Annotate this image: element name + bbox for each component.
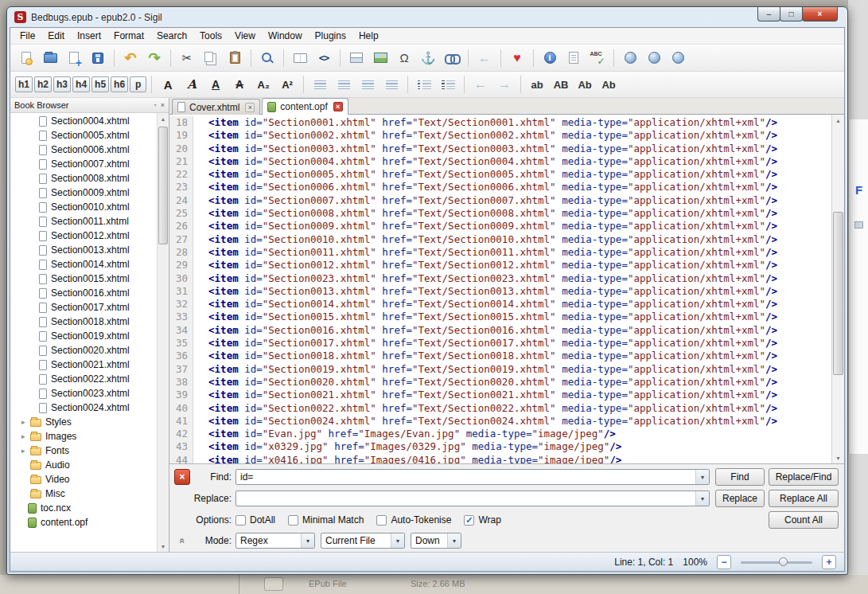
tree-item-section0022-xhtml[interactable]: Section0022.xhtml <box>10 372 157 386</box>
expand-arrow-icon[interactable]: ▸ <box>21 432 30 440</box>
sidebar-scrollbar[interactable]: ▲ ▼ <box>157 113 169 552</box>
scroll-up-icon[interactable]: ▲ <box>832 115 844 126</box>
paste-icon[interactable] <box>224 48 246 68</box>
collapse-panel-icon[interactable]: « <box>177 538 188 544</box>
spellcheck-icon[interactable] <box>586 48 609 68</box>
bold-icon[interactable]: A <box>157 74 179 95</box>
align-center-icon[interactable] <box>333 74 355 95</box>
menu-plugins[interactable]: Plugins <box>309 29 352 43</box>
tree-item-content-opf[interactable]: content.opf <box>10 515 157 530</box>
insert-id-icon[interactable]: ⚓ <box>417 48 439 68</box>
metadata-editor-icon[interactable] <box>539 48 561 68</box>
reports-icon[interactable] <box>562 48 585 68</box>
tree-item-section0012-xhtml[interactable]: Section0012.xhtml <box>10 229 157 243</box>
special-character-icon[interactable]: Ω <box>393 48 415 68</box>
find-button[interactable]: Find <box>715 468 765 486</box>
maximize-button[interactable]: □ <box>780 7 803 21</box>
tree-folder-misc[interactable]: Misc <box>10 487 157 501</box>
chevron-down-icon[interactable]: ▾ <box>301 533 314 548</box>
tree-item-section0015-xhtml[interactable]: Section0015.xhtml <box>10 272 157 286</box>
chevron-down-icon[interactable]: ▾ <box>447 533 461 548</box>
redo-icon[interactable]: ↷ <box>143 48 165 68</box>
tree-item-section0013-xhtml[interactable]: Section0013.xhtml <box>10 243 157 257</box>
menu-insert[interactable]: Insert <box>71 29 107 43</box>
checkbox-wrap[interactable]: ✓Wrap <box>464 514 500 526</box>
heading-h2-button[interactable]: h2 <box>34 76 52 92</box>
tree-item-section0010-xhtml[interactable]: Section0010.xhtml <box>10 200 157 214</box>
menu-search[interactable]: Search <box>150 29 193 43</box>
direction-dropdown[interactable]: Down ▾ <box>411 533 461 549</box>
editor-scrollbar[interactable]: ▲ ▼ <box>831 115 844 463</box>
expand-arrow-icon[interactable]: ▸ <box>21 418 30 426</box>
open-folder-icon[interactable] <box>39 48 61 68</box>
scroll-down-icon[interactable]: ▼ <box>832 452 844 463</box>
menu-file[interactable]: File <box>14 29 41 43</box>
count-all-button[interactable]: Count All <box>769 511 839 529</box>
tree-item-section0018-xhtml[interactable]: Section0018.xhtml <box>10 315 157 329</box>
heading-h3-button[interactable]: h3 <box>53 76 71 92</box>
close-button[interactable]: × <box>802 7 838 21</box>
tree-item-section0023-xhtml[interactable]: Section0023.xhtml <box>10 386 157 401</box>
replace-find-button[interactable]: Replace/Find <box>769 468 839 486</box>
titlecase-button[interactable]: Ab <box>574 74 596 95</box>
menu-tools[interactable]: Tools <box>193 29 228 43</box>
replace-all-button[interactable]: Replace All <box>769 490 839 507</box>
menu-format[interactable]: Format <box>107 29 150 43</box>
plugin-2-icon[interactable] <box>643 48 665 68</box>
new-file-icon[interactable] <box>15 48 37 68</box>
align-justify-icon[interactable] <box>380 74 403 95</box>
code-editor[interactable]: 18 <item id="Section0001.xhtml" href="Te… <box>169 115 831 463</box>
tree-folder-images[interactable]: ▸Images <box>10 429 157 444</box>
tree-item-toc-ncx[interactable]: toc.ncx <box>10 501 157 515</box>
numbered-list-icon[interactable] <box>437 74 459 95</box>
align-left-icon[interactable] <box>309 74 331 95</box>
tab-content-opf[interactable]: content.opf× <box>262 98 348 115</box>
italic-icon[interactable]: A <box>181 74 203 95</box>
zoom-in-button[interactable]: + <box>822 555 836 569</box>
code-view-icon[interactable]: <> <box>313 48 335 68</box>
find-input[interactable]: id= ▾ <box>235 469 710 485</box>
book-view-icon[interactable] <box>289 48 311 68</box>
lowercase-button[interactable]: ab <box>526 74 548 95</box>
tab-close-icon[interactable]: × <box>245 103 255 112</box>
tree-item-section0019-xhtml[interactable]: Section0019.xhtml <box>10 329 157 343</box>
tree-folder-styles[interactable]: ▸Styles <box>10 415 157 429</box>
tab-close-icon[interactable]: × <box>333 102 343 111</box>
tree-item-section0011-xhtml[interactable]: Section0011.xhtml <box>10 214 157 229</box>
undo-icon[interactable]: ↶ <box>119 48 142 68</box>
tree-folder-fonts[interactable]: ▸Fonts <box>10 444 157 458</box>
heading-p-button[interactable]: p <box>130 76 146 92</box>
copy-icon[interactable] <box>200 48 222 68</box>
align-right-icon[interactable] <box>356 74 379 95</box>
heading-h6-button[interactable]: h6 <box>111 76 128 92</box>
expand-arrow-icon[interactable]: ▸ <box>21 447 30 455</box>
tree-item-section0016-xhtml[interactable]: Section0016.xhtml <box>10 286 157 300</box>
menu-edit[interactable]: Edit <box>41 29 71 43</box>
back-icon[interactable]: ← <box>473 48 496 68</box>
checkbox-auto-tokenise[interactable]: Auto-Tokenise <box>376 514 451 526</box>
tree-folder-audio[interactable]: Audio <box>10 458 157 472</box>
minimize-button[interactable]: – <box>757 7 780 21</box>
tree-item-section0007-xhtml[interactable]: Section0007.xhtml <box>10 157 157 171</box>
find-icon[interactable] <box>256 48 278 68</box>
replace-input[interactable]: ▾ <box>235 490 710 506</box>
menu-help[interactable]: Help <box>352 29 385 43</box>
heading-h4-button[interactable]: h4 <box>72 76 90 92</box>
title-bar[interactable]: S Bedbugs.epub - epub2.0 - Sigil – □ × <box>7 7 847 27</box>
zoom-slider[interactable] <box>741 555 812 569</box>
insert-link-icon[interactable] <box>441 48 463 68</box>
editor-scrollbar-thumb[interactable] <box>833 212 843 375</box>
find-panel-close-button[interactable]: × <box>174 469 190 485</box>
tree-item-section0008-xhtml[interactable]: Section0008.xhtml <box>10 171 157 186</box>
superscript-icon[interactable]: A² <box>276 74 298 95</box>
tree-item-section0021-xhtml[interactable]: Section0021.xhtml <box>10 358 157 372</box>
tree-item-section0009-xhtml[interactable]: Section0009.xhtml <box>10 186 157 200</box>
split-view-icon[interactable] <box>345 48 368 68</box>
next-arrow-icon[interactable]: → <box>493 74 516 95</box>
checkbox-minimal-match[interactable]: Minimal Match <box>288 514 364 526</box>
float-panel-icon[interactable]: ▫ <box>154 101 157 109</box>
sidebar-scrollbar-thumb[interactable] <box>158 127 168 244</box>
scroll-up-icon[interactable]: ▲ <box>158 113 169 124</box>
cut-icon[interactable]: ✂ <box>176 48 198 68</box>
bullet-list-icon[interactable] <box>413 74 435 95</box>
